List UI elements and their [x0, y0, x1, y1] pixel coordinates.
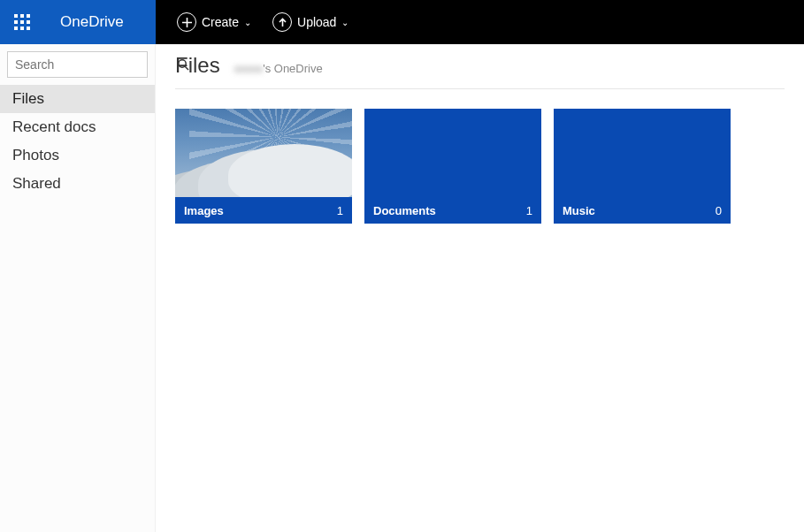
tile-footer: Music 0: [554, 197, 731, 224]
upload-label: Upload: [297, 15, 336, 29]
tile-count: 1: [526, 204, 532, 217]
brand-title[interactable]: OneDrive: [44, 0, 156, 44]
sidebar: Files Recent docs Photos Shared: [0, 44, 156, 532]
svg-rect-2: [27, 14, 30, 18]
folder-tile-documents[interactable]: Documents 1: [364, 109, 541, 224]
tile-count: 0: [716, 204, 722, 217]
chevron-down-icon: ⌄: [341, 18, 348, 27]
breadcrumb-subtitle: xxxxx's OneDrive: [234, 62, 323, 75]
nav-item-photos[interactable]: Photos: [0, 141, 155, 170]
app-launcher-button[interactable]: [0, 0, 44, 44]
page-title: Files: [175, 53, 220, 78]
nav-item-recent-docs[interactable]: Recent docs: [0, 113, 155, 141]
tile-count: 1: [337, 204, 343, 217]
tile-footer: Documents 1: [364, 197, 541, 224]
top-actions: Create ⌄ Upload ⌄: [156, 12, 348, 32]
main-content: Files xxxxx's OneDrive Images 1 Document…: [156, 44, 804, 532]
svg-rect-8: [27, 27, 30, 30]
tile-preview: [175, 109, 352, 197]
tile-name: Music: [563, 204, 595, 217]
layout: Files Recent docs Photos Shared Files xx…: [0, 44, 804, 532]
search-container: [0, 44, 155, 85]
create-button[interactable]: Create ⌄: [177, 12, 251, 32]
tile-footer: Images 1: [175, 197, 352, 224]
nav-list: Files Recent docs Photos Shared: [0, 85, 155, 198]
folder-tile-music[interactable]: Music 0: [554, 109, 731, 224]
tile-name: Images: [184, 204, 224, 217]
tile-grid: Images 1 Documents 1 Music 0: [175, 89, 785, 224]
svg-rect-0: [14, 14, 18, 18]
svg-rect-5: [27, 20, 30, 24]
svg-rect-1: [20, 14, 24, 18]
nav-item-files[interactable]: Files: [0, 85, 155, 113]
svg-rect-4: [20, 20, 24, 24]
svg-rect-6: [14, 27, 18, 30]
chevron-down-icon: ⌄: [244, 18, 251, 27]
search-box[interactable]: [7, 51, 148, 78]
create-label: Create: [202, 15, 239, 29]
tile-preview: [554, 109, 731, 197]
svg-rect-7: [20, 27, 24, 30]
folder-tile-images[interactable]: Images 1: [175, 109, 352, 224]
svg-rect-3: [14, 20, 18, 24]
upload-button[interactable]: Upload ⌄: [272, 12, 348, 32]
apps-grid-icon: [14, 14, 30, 30]
breadcrumb: Files xxxxx's OneDrive: [175, 53, 785, 89]
search-input[interactable]: [8, 57, 177, 72]
nav-item-shared[interactable]: Shared: [0, 170, 155, 198]
plus-icon: [177, 12, 196, 32]
tile-preview: [364, 109, 541, 197]
top-bar: OneDrive Create ⌄ Upload ⌄: [0, 0, 804, 44]
upload-icon: [272, 12, 292, 32]
tile-name: Documents: [373, 204, 436, 217]
